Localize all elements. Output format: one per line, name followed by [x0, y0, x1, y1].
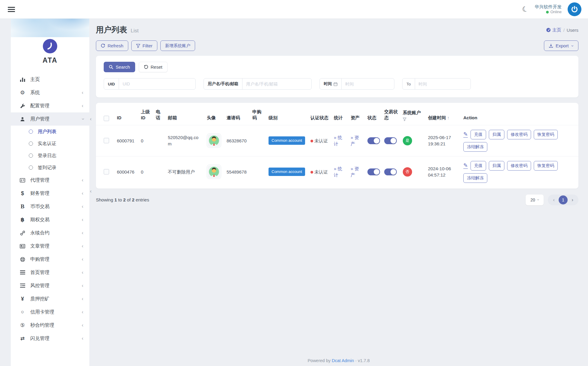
chevron-left-icon: ‹	[82, 310, 83, 314]
circle-icon	[29, 165, 33, 170]
sidebar-item-homepage[interactable]: 首页管理 ‹	[11, 266, 89, 279]
col-level: 级别	[266, 105, 308, 125]
sidebar-subitem-real-name-auth[interactable]: 实名认证	[11, 138, 89, 150]
col-auth-status: 认证状态	[308, 105, 331, 125]
edit-pencil-icon[interactable]: ✎	[463, 132, 468, 138]
stats-link[interactable]: » 统计	[334, 135, 342, 146]
sidebar-item-agent[interactable]: 代理管理 ‹	[11, 174, 89, 187]
sidebar-item-second-contract[interactable]: ⑤ 秒合约管理 ‹	[11, 319, 89, 332]
pagination: ‹ 1 ›	[548, 195, 578, 205]
trade-status-toggle[interactable]	[384, 137, 397, 144]
sidebar-item-system[interactable]: ⚙ 系统 ‹	[11, 86, 89, 99]
logo-swoosh-icon	[46, 42, 55, 51]
ownership-button[interactable]: 归属	[489, 161, 504, 171]
sidebar-item-credit-card[interactable]: ○ 信用卡管理 ‹	[11, 305, 89, 319]
col-trade-status: 交易状态	[382, 105, 400, 125]
sidebar-subitem-checkin-records[interactable]: 签到记录	[11, 162, 89, 174]
filter-button[interactable]: Filter	[131, 40, 157, 51]
recover-password-button[interactable]: 恢复密码	[534, 130, 558, 139]
chevron-left-icon: ‹	[82, 204, 83, 209]
to-label: To	[402, 79, 415, 89]
page-title: 用户列表	[96, 25, 127, 35]
circle-icon	[29, 153, 33, 158]
sidebar-item-config[interactable]: 配置管理 ‹	[11, 99, 89, 112]
sidebar-item-flash-exchange[interactable]: ⇄ 闪兑管理 ‹	[11, 332, 89, 345]
prev-page-button[interactable]: ‹	[550, 197, 558, 203]
sidebar-item-articles[interactable]: 文章管理 ‹	[11, 240, 89, 253]
next-page-button[interactable]: ›	[569, 197, 576, 203]
sidebar-item-perpetual-contract[interactable]: 永续合约 ‹	[11, 226, 89, 240]
dashboard-gauge-icon	[546, 28, 551, 32]
assets-link[interactable]: » 资产	[351, 135, 359, 146]
change-password-button[interactable]: 修改密码	[507, 130, 531, 139]
uid-input[interactable]	[119, 79, 195, 89]
wrench-icon	[19, 103, 26, 109]
sidebar-item-subscription[interactable]: 申购管理 ‹	[11, 253, 89, 266]
add-system-account-button[interactable]: 新增系统账户	[160, 40, 195, 51]
sidebar-item-spot-trading[interactable]: B 币币交易 ‹	[11, 200, 89, 213]
sidebar-item-staking-mining[interactable]: ¥ 质押挖矿 ‹	[11, 292, 89, 305]
freeze-unfreeze-button[interactable]: 冻结解冻	[463, 173, 487, 183]
dcat-admin-link[interactable]: Dcat Admin	[332, 358, 354, 363]
reset-button[interactable]: Reset	[139, 62, 168, 72]
edit-pencil-icon[interactable]: ✎	[463, 163, 468, 169]
row-actions: ✎ 充值 归属 修改密码 恢复密码 冻结解冻	[463, 161, 576, 183]
main-content: ‹ ‹ 用户列表 List 主页 / Users Refresh	[89, 19, 588, 366]
refresh-button[interactable]: Refresh	[96, 40, 128, 51]
scroll-left-icon[interactable]: ‹	[90, 188, 92, 194]
stats-link[interactable]: » 统计	[334, 166, 342, 177]
chevron-left-icon: ‹	[82, 217, 83, 222]
ownership-button[interactable]: 归属	[489, 130, 504, 139]
circle-icon	[29, 141, 33, 146]
select-all-checkbox[interactable]	[104, 116, 109, 121]
dark-mode-moon-icon[interactable]: ☾	[521, 5, 530, 13]
recover-password-button[interactable]: 恢复密码	[534, 161, 558, 171]
chevron-left-icon: ‹	[82, 191, 83, 196]
change-password-button[interactable]: 修改密码	[507, 161, 531, 171]
sidebar-item-risk-control[interactable]: 风控管理 ‹	[11, 279, 89, 292]
time-from-input[interactable]	[342, 79, 394, 89]
sidebar-item-options-trading[interactable]: ฿ 期权交易 ‹	[11, 213, 89, 226]
download-icon	[549, 43, 553, 48]
assets-link[interactable]: » 资产	[351, 166, 359, 177]
table-header-row: ID 上级ID 电话 邮箱 头像 邀请码 申购码 级别 认证状态 统计 资产 状…	[96, 105, 578, 125]
cell-created-at: 2025-06-17 19:36:21	[426, 125, 461, 156]
status-toggle[interactable]	[367, 168, 380, 175]
user-avatar[interactable]	[568, 2, 581, 16]
gear-icon: ⚙	[19, 89, 26, 96]
username-input[interactable]	[242, 79, 311, 89]
sidebar-subitem-user-list[interactable]: 用户列表	[11, 126, 89, 138]
export-button[interactable]: Export ›	[544, 40, 578, 51]
sort-asc-icon[interactable]: ↑	[447, 115, 450, 120]
row-checkbox[interactable]	[104, 138, 109, 143]
cell-purchase-code	[250, 156, 266, 187]
bars-icon	[19, 270, 26, 275]
online-status-dot	[546, 11, 549, 13]
life-ring-icon	[19, 257, 26, 262]
status-toggle[interactable]	[367, 137, 380, 144]
sidebar-item-home[interactable]: 主页	[11, 73, 89, 86]
current-page-button[interactable]: 1	[559, 195, 568, 204]
hamburger-menu-icon[interactable]	[8, 6, 15, 13]
search-button[interactable]: Search	[104, 62, 135, 72]
trade-status-toggle[interactable]	[384, 168, 397, 175]
sidebar-subitem-login-logs[interactable]: 登录日志	[11, 150, 89, 162]
column-filter-funnel-icon[interactable]	[403, 118, 406, 121]
per-page-select[interactable]: 20 ›	[526, 195, 544, 205]
cell-created-at: 2024-10-06 04:57:12	[426, 156, 461, 187]
breadcrumb-home-link[interactable]: 主页	[546, 27, 561, 33]
freeze-unfreeze-button[interactable]: 冻结解冻	[463, 142, 487, 152]
funnel-icon	[136, 44, 140, 48]
scroll-left-icon[interactable]: ‹	[90, 116, 92, 122]
sidebar-item-finance[interactable]: $ 财务管理 ‹	[11, 187, 89, 200]
time-to-input[interactable]	[415, 79, 471, 89]
level-badge: Common account	[269, 136, 305, 145]
row-actions: ✎ 充值 归属 修改密码 恢复密码 冻结解冻	[463, 130, 576, 152]
recharge-button[interactable]: 充值	[471, 130, 486, 139]
sidebar-item-user-management[interactable]: 用户管理 ‹	[11, 112, 89, 126]
row-checkbox[interactable]	[104, 169, 109, 174]
recharge-button[interactable]: 充值	[471, 161, 486, 171]
unverified-dot-icon	[310, 171, 313, 174]
app-logo[interactable]	[43, 39, 57, 53]
refresh-icon	[101, 43, 105, 48]
